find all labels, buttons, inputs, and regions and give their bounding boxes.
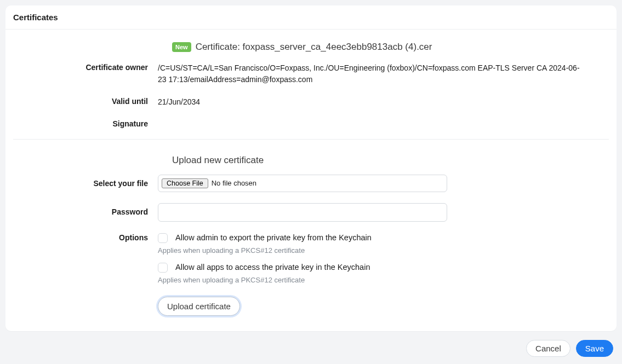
password-label: Password (13, 203, 158, 216)
allow-admin-export-row: Allow admin to export the private key fr… (158, 233, 585, 243)
password-control (158, 203, 585, 222)
footer-actions: Cancel Save (5, 331, 617, 357)
upload-section-title: Upload new certificate (172, 155, 609, 166)
password-input[interactable] (158, 203, 447, 222)
valid-until-value: 21/Jun/2034 (158, 96, 585, 108)
allow-all-apps-row: Allow all apps to access the private key… (158, 262, 585, 273)
select-file-control: Choose File No file chosen (158, 175, 585, 192)
upload-section: Upload new certificate Select your file … (13, 140, 609, 316)
file-status-text: No file chosen (212, 178, 256, 189)
password-row: Password (13, 203, 609, 222)
valid-until-row: Valid until 21/Jun/2034 (13, 96, 609, 108)
choose-file-button[interactable]: Choose File (162, 178, 208, 188)
options-label: Options (13, 233, 158, 242)
certificate-info-section: New Certificate: foxpass_server_ca_4eec3… (13, 30, 609, 140)
allow-admin-export-hint: Applies when uploading a PKCS#12 certifi… (158, 245, 585, 256)
allow-all-apps-label[interactable]: Allow all apps to access the private key… (175, 262, 370, 273)
certificate-owner-row: Certificate owner /C=US/ST=CA/L=San Fran… (13, 62, 609, 85)
signature-label: Signature (13, 119, 158, 128)
valid-until-label: Valid until (13, 96, 158, 106)
certificate-title-row: New Certificate: foxpass_server_ca_4eec3… (172, 42, 609, 53)
allow-admin-export-label[interactable]: Allow admin to export the private key fr… (175, 233, 372, 243)
allow-admin-export-checkbox[interactable] (158, 233, 168, 243)
allow-all-apps-checkbox[interactable] (158, 263, 168, 273)
select-file-label: Select your file (13, 175, 158, 188)
certificate-title: Certificate: foxpass_server_ca_4eec3ebb9… (196, 42, 432, 53)
new-badge: New (172, 42, 191, 52)
allow-all-apps-hint: Applies when uploading a PKCS#12 certifi… (158, 275, 585, 286)
options-group: Allow admin to export the private key fr… (158, 233, 585, 316)
signature-row: Signature (13, 119, 609, 128)
panel-title: Certificates (13, 13, 609, 22)
certificate-owner-label: Certificate owner (13, 62, 158, 72)
certificate-owner-value: /C=US/ST=CA/L=San Francisco/O=Foxpass, I… (158, 62, 585, 85)
file-input[interactable]: Choose File No file chosen (158, 175, 447, 192)
options-row: Options Allow admin to export the privat… (13, 233, 609, 316)
save-button[interactable]: Save (576, 340, 613, 357)
select-file-row: Select your file Choose File No file cho… (13, 175, 609, 192)
certificates-panel: Certificates New Certificate: foxpass_se… (5, 5, 617, 331)
panel-content: New Certificate: foxpass_server_ca_4eec3… (5, 30, 617, 331)
upload-certificate-button[interactable]: Upload certificate (158, 297, 240, 316)
cancel-button[interactable]: Cancel (526, 340, 570, 357)
panel-header: Certificates (5, 5, 617, 30)
